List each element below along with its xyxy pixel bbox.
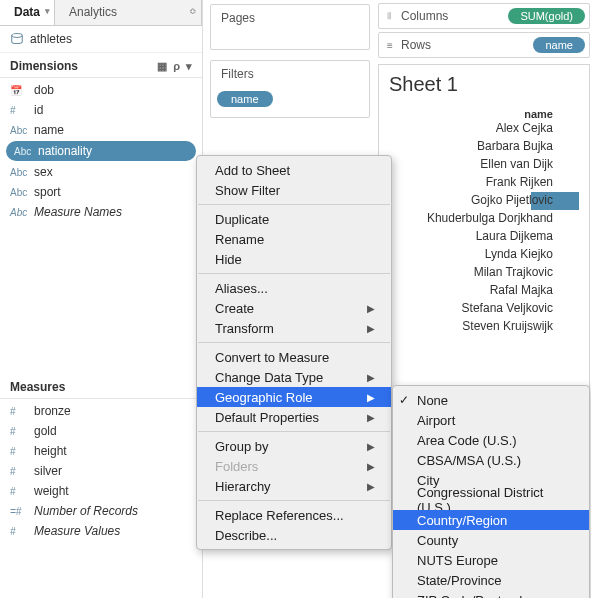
menu-icon[interactable]: ▾ [186,60,192,73]
dimension-nationality[interactable]: Abcnationality [6,141,196,161]
dimension-id[interactable]: #id [0,100,202,120]
table-row[interactable]: Rafal Majka [389,282,579,300]
table-row[interactable]: Lynda Kiejko [389,246,579,264]
measure-bronze[interactable]: #bronze [0,401,202,421]
table-row[interactable]: Barbara Bujka [389,138,579,156]
search-icon[interactable]: ρ [173,60,180,73]
table-row[interactable]: Laura Dijkema [389,228,579,246]
columns-shelf[interactable]: ⦀Columns SUM(gold) [378,3,590,29]
dimension-sport[interactable]: Abcsport [0,182,202,202]
cards-column: Pages Filters name [210,0,370,128]
field-context-menu: Add to SheetShow FilterDuplicateRenameHi… [196,155,392,550]
columns-icon: ⦀ [387,10,397,22]
geo-zip-code-postcode[interactable]: ZIP Code/Postcode [393,590,589,598]
submenu-arrow-icon: ▶ [367,461,375,472]
menu-aliases[interactable]: Aliases... [197,278,391,298]
measure-measure-values[interactable]: #Measure Values [0,521,202,541]
sheet-title[interactable]: Sheet 1 [389,73,579,96]
type-icon: # [10,426,28,437]
menu-add-to-sheet[interactable]: Add to Sheet [197,160,391,180]
table-row[interactable]: Gojko Pijetlovic [389,192,579,210]
type-icon: # [10,406,28,417]
pane-tabs: Data▾ Analytics≎ [0,0,202,26]
view-grid-icon[interactable]: ▦ [157,60,167,73]
dimension-name[interactable]: Abcname [0,120,202,140]
measure-gold[interactable]: #gold [0,421,202,441]
tab-data[interactable]: Data▾ [0,0,55,25]
dimension-sex[interactable]: Abcsex [0,162,202,182]
svg-point-0 [12,34,23,38]
submenu-arrow-icon: ▶ [367,481,375,492]
menu-group-by[interactable]: Group by▶ [197,436,391,456]
geo-state-province[interactable]: State/Province [393,570,589,590]
geo-country-region[interactable]: Country/Region [393,510,589,530]
pages-shelf[interactable]: Pages [210,4,370,50]
table-row[interactable]: Steven Kruijswijk [389,318,579,336]
menu-folders: Folders▶ [197,456,391,476]
table-row[interactable]: Milan Trajkovic [389,264,579,282]
check-icon: ✓ [399,393,409,407]
menu-geographic-role[interactable]: Geographic Role▶ [197,387,391,407]
menu-replace-references[interactable]: Replace References... [197,505,391,525]
type-icon: # [10,105,28,116]
geo-area-code-u-s[interactable]: Area Code (U.S.) [393,430,589,450]
geographic-role-submenu: ✓NoneAirportArea Code (U.S.)CBSA/MSA (U.… [392,385,590,598]
measure-height[interactable]: #height [0,441,202,461]
dimensions-list: 📅dob#idAbcnameAbcnationalityAbcsexAbcspo… [0,78,202,224]
menu-show-filter[interactable]: Show Filter [197,180,391,200]
geo-nuts-europe[interactable]: NUTS Europe [393,550,589,570]
menu-hide[interactable]: Hide [197,249,391,269]
table-row[interactable]: Ellen van Dijk [389,156,579,174]
menu-describe[interactable]: Describe... [197,525,391,545]
type-icon: # [10,486,28,497]
datasource-row[interactable]: athletes [0,26,202,53]
geo-county[interactable]: County [393,530,589,550]
menu-transform[interactable]: Transform▶ [197,318,391,338]
rows-shelf[interactable]: ≡Rows name [378,32,590,58]
menu-change-data-type[interactable]: Change Data Type▶ [197,367,391,387]
geo-congressional-district-u-s[interactable]: Congressional District (U.S.) [393,490,589,510]
submenu-arrow-icon: ▶ [367,372,375,383]
table-row[interactable]: Alex Cejka [389,120,579,138]
column-header: name [389,108,579,120]
measures-list: #bronze#gold#height#silver#weight=#Numbe… [0,399,202,543]
menu-rename[interactable]: Rename [197,229,391,249]
submenu-arrow-icon: ▶ [367,412,375,423]
type-icon: Abc [10,207,28,218]
measures-header: Measures [0,374,202,399]
menu-convert-to-measure[interactable]: Convert to Measure [197,347,391,367]
dimension-measure-names[interactable]: AbcMeasure Names [0,202,202,222]
filters-shelf[interactable]: Filters name [210,60,370,118]
geo-none[interactable]: ✓None [393,390,589,410]
submenu-arrow-icon: ▶ [367,441,375,452]
columns-pill[interactable]: SUM(gold) [508,8,585,24]
submenu-arrow-icon: ▶ [367,392,375,403]
submenu-arrow-icon: ▶ [367,303,375,314]
type-icon: Abc [10,167,28,178]
type-icon: 📅 [10,85,28,96]
measure-silver[interactable]: #silver [0,461,202,481]
menu-duplicate[interactable]: Duplicate [197,209,391,229]
geo-airport[interactable]: Airport [393,410,589,430]
tab-analytics[interactable]: Analytics≎ [55,0,202,25]
menu-default-properties[interactable]: Default Properties▶ [197,407,391,427]
dimensions-header: Dimensions ▦ ρ ▾ [0,53,202,78]
submenu-arrow-icon: ▶ [367,323,375,334]
measure-number-of-records[interactable]: =#Number of Records [0,501,202,521]
dimension-dob[interactable]: 📅dob [0,80,202,100]
type-icon: Abc [10,187,28,198]
table-row[interactable]: Khuderbulga Dorjkhand [389,210,579,228]
type-icon: # [10,466,28,477]
rows-pill[interactable]: name [533,37,585,53]
type-icon: Abc [14,146,32,157]
menu-hierarchy[interactable]: Hierarchy▶ [197,476,391,496]
menu-create[interactable]: Create▶ [197,298,391,318]
type-icon: # [10,446,28,457]
filter-pill-name[interactable]: name [217,91,273,107]
geo-cbsa-msa-u-s[interactable]: CBSA/MSA (U.S.) [393,450,589,470]
data-pane: Data▾ Analytics≎ athletes Dimensions ▦ ρ… [0,0,203,598]
table-row[interactable]: Frank Rijken [389,174,579,192]
table-row[interactable]: Stefana Veljkovic [389,300,579,318]
measure-weight[interactable]: #weight [0,481,202,501]
rows-icon: ≡ [387,40,397,51]
